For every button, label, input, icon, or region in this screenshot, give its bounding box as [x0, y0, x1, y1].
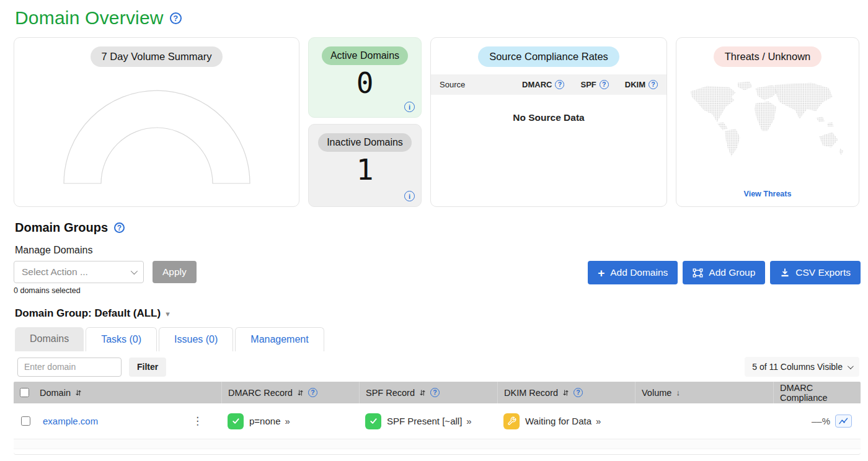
- help-icon[interactable]: ?: [649, 80, 658, 89]
- row-menu-icon[interactable]: ⋮: [192, 415, 203, 428]
- chevron-down-icon: [848, 363, 854, 369]
- manage-domains-label: Manage Domains: [15, 245, 861, 256]
- detail-arrow[interactable]: »: [285, 416, 290, 426]
- domain-filter-input[interactable]: [17, 358, 122, 377]
- caret-down-icon: ▾: [166, 309, 170, 318]
- help-icon[interactable]: ?: [574, 388, 583, 397]
- info-icon[interactable]: i: [404, 102, 415, 112]
- help-icon[interactable]: ?: [170, 12, 182, 24]
- domain-count-column: Active Domains 0 i Inactive Domains 1 i: [308, 37, 422, 207]
- trend-chart-icon[interactable]: [835, 415, 852, 428]
- table-footer: [14, 449, 861, 455]
- inactive-domains-card: Inactive Domains 1 i: [308, 124, 422, 207]
- add-domains-button[interactable]: + Add Domains: [588, 261, 678, 284]
- plus-icon: +: [598, 267, 604, 279]
- success-check-icon: [365, 413, 381, 429]
- threats-title: Threats / Unknown: [714, 46, 822, 67]
- domain-cell: example.com ⋮: [14, 403, 221, 439]
- source-compliance-title: Source Compliance Rates: [478, 46, 619, 67]
- spf-column-header: SPF: [580, 80, 596, 89]
- domains-selected-count: 0 domains selected: [14, 286, 197, 295]
- table-toolbar: Filter 5 of 11 Columns Visible: [17, 357, 861, 377]
- view-threats-link[interactable]: View Threats: [744, 190, 792, 198]
- header-dmarc-record[interactable]: DMARC Record ?: [221, 382, 359, 403]
- sort-icon: [419, 389, 426, 397]
- page: Domain Overview ? 7 Day Volume Summary A…: [0, 0, 868, 455]
- domains-table: Domain DMARC Record ? SPF Record ?: [14, 382, 861, 455]
- volume-summary-card: 7 Day Volume Summary: [14, 37, 299, 207]
- manage-controls-row: Select Action ... Apply 0 domains select…: [14, 261, 861, 295]
- tab-tasks[interactable]: Tasks (0): [86, 327, 157, 351]
- help-icon[interactable]: ?: [114, 222, 125, 233]
- help-icon[interactable]: ?: [308, 388, 317, 397]
- info-icon[interactable]: i: [404, 191, 415, 201]
- volume-gauge-chart: [58, 84, 256, 188]
- tab-issues[interactable]: Issues (0): [159, 327, 233, 351]
- compliance-value: ––%: [812, 416, 830, 426]
- domain-groups-title: Domain Groups: [15, 221, 108, 235]
- dmarc-record-cell: p=none »: [221, 403, 359, 439]
- no-source-data-message: No Source Data: [431, 112, 666, 123]
- page-title: Domain Overview: [15, 7, 164, 29]
- threats-card: Threats / Unknown: [676, 37, 859, 207]
- page-header: Domain Overview ?: [15, 7, 861, 29]
- header-spf-record[interactable]: SPF Record ?: [359, 382, 497, 403]
- help-icon[interactable]: ?: [600, 80, 609, 89]
- domain-groups-header: Domain Groups ?: [15, 221, 861, 235]
- header-dkim-record[interactable]: DKIM Record ?: [497, 382, 635, 403]
- domain-group-selector[interactable]: Domain Group: Default (ALL) ▾: [15, 307, 861, 320]
- wrench-icon: [503, 413, 520, 429]
- sort-icon: [297, 389, 304, 397]
- inactive-domains-value: 1: [309, 153, 421, 187]
- group-icon: [693, 268, 703, 278]
- table-row: example.com ⋮ p=none » SPF Present [~all…: [14, 403, 861, 439]
- source-column-header: Source: [440, 80, 506, 89]
- sort-icon: [562, 389, 569, 397]
- summary-cards: 7 Day Volume Summary Active Domains 0 i …: [14, 37, 861, 207]
- header-dmarc-compliance[interactable]: DMARC Compliance: [773, 382, 861, 403]
- detail-arrow[interactable]: »: [596, 416, 601, 426]
- header-volume[interactable]: Volume ↓: [635, 382, 773, 403]
- filter-button[interactable]: Filter: [129, 358, 166, 377]
- tab-domains[interactable]: Domains: [15, 327, 84, 351]
- detail-arrow[interactable]: »: [466, 416, 471, 426]
- dmarc-compliance-cell: ––%: [773, 403, 861, 439]
- success-check-icon: [228, 413, 244, 429]
- spf-record-cell: SPF Present [~all] »: [359, 403, 497, 439]
- action-select-value: Select Action ...: [22, 266, 88, 278]
- source-compliance-header-row: Source DMARC ? SPF ? DKIM ?: [431, 74, 666, 95]
- table-empty-strip: [14, 439, 861, 449]
- active-domains-title: Active Domains: [322, 46, 408, 65]
- select-all-checkbox[interactable]: [20, 388, 29, 397]
- tab-management[interactable]: Management: [235, 327, 324, 351]
- dkim-record-cell: Waiting for Data »: [497, 403, 635, 439]
- row-checkbox[interactable]: [21, 416, 30, 426]
- sort-descending-icon: ↓: [676, 388, 680, 397]
- source-compliance-card: Source Compliance Rates Source DMARC ? S…: [430, 37, 667, 207]
- csv-exports-button[interactable]: CSV Exports: [770, 261, 861, 284]
- inactive-domains-title: Inactive Domains: [318, 133, 412, 152]
- dmarc-column-header: DMARC: [522, 80, 552, 89]
- action-select[interactable]: Select Action ...: [14, 261, 144, 283]
- sort-icon: [75, 389, 82, 397]
- table-header-row: Domain DMARC Record ? SPF Record ?: [14, 382, 861, 403]
- columns-visible-dropdown[interactable]: 5 of 11 Columns Visible: [745, 357, 859, 377]
- help-icon[interactable]: ?: [555, 80, 564, 89]
- download-icon: [780, 268, 790, 278]
- tab-bar: Domains Tasks (0) Issues (0) Management: [15, 327, 861, 351]
- active-domains-card: Active Domains 0 i: [308, 37, 422, 118]
- apply-button[interactable]: Apply: [153, 261, 197, 283]
- bulk-action-group: Select Action ... Apply 0 domains select…: [14, 261, 197, 295]
- domain-link[interactable]: example.com: [43, 416, 98, 426]
- volume-cell: [635, 403, 773, 439]
- add-group-button[interactable]: Add Group: [683, 261, 765, 284]
- help-icon[interactable]: ?: [430, 388, 440, 397]
- active-domains-value: 0: [309, 66, 421, 100]
- chevron-down-icon: [131, 268, 138, 274]
- dkim-column-header: DKIM: [625, 80, 645, 89]
- volume-summary-title: 7 Day Volume Summary: [91, 46, 223, 67]
- header-domain[interactable]: Domain: [14, 382, 221, 403]
- domain-action-buttons: + Add Domains Add Group: [588, 261, 861, 284]
- world-map-image: [685, 77, 850, 170]
